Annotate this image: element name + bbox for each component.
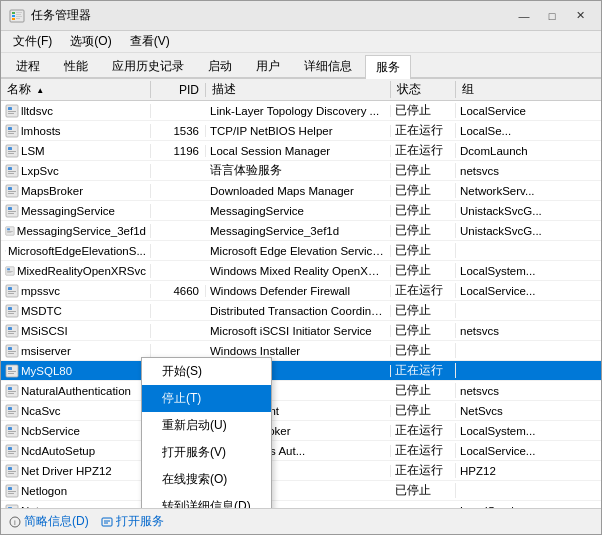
context-menu-item[interactable]: 重新启动(U)	[142, 412, 271, 439]
cell-name: lmhosts	[1, 124, 151, 138]
table-row[interactable]: MapsBroker Downloaded Maps Manager 已停止 N…	[1, 181, 601, 201]
cell-desc: MessagingService	[206, 205, 391, 217]
svg-rect-54	[8, 331, 16, 332]
cell-status: 正在运行	[391, 123, 456, 138]
cell-group: DcomLaunch	[456, 145, 601, 157]
menu-file[interactable]: 文件(F)	[5, 31, 60, 52]
cell-desc: Distributed Transaction Coordina...	[206, 305, 391, 317]
cell-group: LocalSystem...	[456, 265, 601, 277]
tab-users[interactable]: 用户	[245, 55, 291, 77]
cell-name: MSiSCSI	[1, 324, 151, 338]
header-group[interactable]: 组	[456, 81, 601, 98]
svg-rect-49	[8, 307, 12, 310]
svg-rect-45	[8, 287, 12, 290]
table-row[interactable]: LSM 1196 Local Session Manager 正在运行 Dcom…	[1, 141, 601, 161]
svg-rect-21	[8, 167, 12, 170]
cell-group: NetSvcs	[456, 405, 601, 417]
cell-status: 正在运行	[391, 143, 456, 158]
svg-rect-4	[16, 12, 22, 13]
table-row[interactable]: Net Driver HPZ12 12 正在运行 HPZ12	[1, 461, 601, 481]
cell-status: 已停止	[391, 223, 456, 238]
table-row[interactable]: NaturalAuthentication 已停止 netsvcs	[1, 381, 601, 401]
header-pid[interactable]: PID	[151, 83, 206, 97]
tab-details[interactable]: 详细信息	[293, 55, 363, 77]
table-row[interactable]: lltdsvc Link-Layer Topology Discovery ..…	[1, 101, 601, 121]
svg-rect-83	[8, 473, 14, 474]
tabs-bar: 进程 性能 应用历史记录 启动 用户 详细信息 服务	[1, 53, 601, 79]
tab-processes[interactable]: 进程	[5, 55, 51, 77]
tab-services[interactable]: 服务	[365, 55, 411, 79]
table-row[interactable]: MSDTC Distributed Transaction Coordina..…	[1, 301, 601, 321]
tab-app-history[interactable]: 应用历史记录	[101, 55, 195, 77]
table-row[interactable]: Netlogon 已停止	[1, 481, 601, 501]
context-menu-item[interactable]: 停止(T)	[142, 385, 271, 412]
table-row[interactable]: MySQL80 8828 MySQL80 正在运行	[1, 361, 601, 381]
table-row[interactable]: NcbService nnection Broker 正在运行 LocalSys…	[1, 421, 601, 441]
table-row[interactable]: NcdAutoSetup cted Devices Aut... 正在运行 Lo…	[1, 441, 601, 461]
cell-name: MapsBroker	[1, 184, 151, 198]
table-row[interactable]: MixedRealityOpenXRSvc Windows Mixed Real…	[1, 261, 601, 281]
close-button[interactable]: ✕	[567, 6, 593, 26]
service-icon	[5, 264, 15, 278]
cell-group: UnistackSvcG...	[456, 225, 601, 237]
context-menu-item[interactable]: 打开服务(V)	[142, 439, 271, 466]
summary-link[interactable]: 简略信息(D)	[24, 513, 89, 530]
context-menu-item[interactable]: 转到详细信息(D)	[142, 493, 271, 508]
svg-rect-89	[8, 507, 12, 509]
cell-group: netsvcs	[456, 325, 601, 337]
svg-rect-50	[8, 311, 16, 312]
svg-rect-74	[8, 431, 16, 432]
table-row[interactable]: NcaSvc ivity Assistant 已停止 NetSvcs	[1, 401, 601, 421]
cell-desc: Link-Layer Topology Discovery ...	[206, 105, 391, 117]
service-icon	[5, 184, 19, 198]
service-icon	[5, 484, 19, 498]
menu-options[interactable]: 选项(O)	[62, 31, 119, 52]
cell-status: 正在运行	[391, 363, 456, 378]
table-row[interactable]: lmhosts 1536 TCP/IP NetBIOS Helper 正在运行 …	[1, 121, 601, 141]
cell-name: NcaSvc	[1, 404, 151, 418]
svg-rect-3	[12, 18, 15, 20]
header-status[interactable]: 状态	[391, 81, 456, 98]
header-desc[interactable]: 描述	[206, 81, 391, 98]
service-icon	[5, 104, 19, 118]
cell-status: 已停止	[391, 483, 456, 498]
open-service-link[interactable]: 打开服务	[116, 513, 164, 530]
svg-rect-77	[8, 447, 12, 450]
cell-desc: Windows Installer	[206, 345, 391, 357]
cell-group: LocalSe...	[456, 125, 601, 137]
cell-name: MSDTC	[1, 304, 151, 318]
table-row[interactable]: MicrosoftEdgeElevationS... Microsoft Edg…	[1, 241, 601, 261]
cell-pid: 4660	[151, 285, 206, 297]
maximize-button[interactable]: □	[539, 6, 565, 26]
cell-group: netsvcs	[456, 165, 601, 177]
context-menu-item[interactable]: 在线搜索(O)	[142, 466, 271, 493]
menu-view[interactable]: 查看(V)	[122, 31, 178, 52]
cell-status: 已停止	[391, 183, 456, 198]
context-menu-item[interactable]: 开始(S)	[142, 358, 271, 385]
svg-rect-31	[8, 213, 14, 214]
table-row[interactable]: LxpSvc 语言体验服务 已停止 netsvcs	[1, 161, 601, 181]
service-icon	[5, 304, 19, 318]
service-icon	[5, 364, 19, 378]
service-icon	[5, 284, 19, 298]
svg-rect-86	[8, 491, 16, 492]
service-icon	[5, 124, 19, 138]
tab-startup[interactable]: 启动	[197, 55, 243, 77]
minimize-button[interactable]: —	[511, 6, 537, 26]
table-row[interactable]: MessagingService_3ef1d MessagingService_…	[1, 221, 601, 241]
header-name[interactable]: 名称 ▲	[1, 81, 151, 98]
tab-performance[interactable]: 性能	[53, 55, 99, 77]
table-row[interactable]: MessagingService MessagingService 已停止 Un…	[1, 201, 601, 221]
open-service-icon: 打开服务	[101, 513, 164, 530]
svg-rect-18	[8, 151, 16, 152]
table-row[interactable]: MSiSCSI Microsoft iSCSI Initiator Servic…	[1, 321, 601, 341]
cell-desc: Microsoft iSCSI Initiator Service	[206, 325, 391, 337]
cell-name: Netlogon	[1, 484, 151, 498]
cell-name: NaturalAuthentication	[1, 384, 151, 398]
svg-rect-11	[8, 113, 14, 114]
svg-rect-79	[8, 453, 14, 454]
svg-rect-61	[8, 367, 12, 370]
table-row[interactable]: mpssvc 4660 Windows Defender Firewall 正在…	[1, 281, 601, 301]
table-row[interactable]: msiserver Windows Installer 已停止	[1, 341, 601, 361]
table-row[interactable]: Netnum LocalService...	[1, 501, 601, 508]
